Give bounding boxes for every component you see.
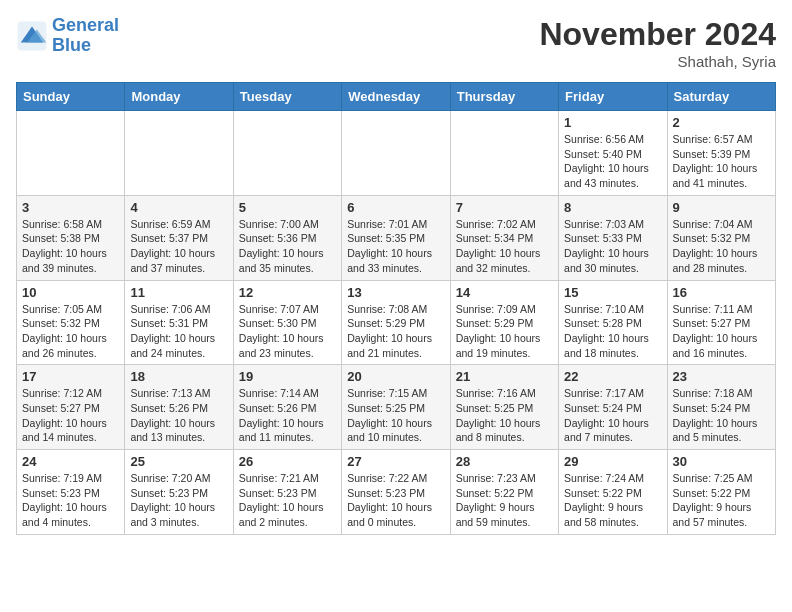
- calendar-cell: 10Sunrise: 7:05 AM Sunset: 5:32 PM Dayli…: [17, 280, 125, 365]
- cell-day-number: 6: [347, 200, 444, 215]
- calendar-cell: [125, 111, 233, 196]
- cell-day-number: 9: [673, 200, 770, 215]
- cell-day-number: 4: [130, 200, 227, 215]
- calendar-cell: 17Sunrise: 7:12 AM Sunset: 5:27 PM Dayli…: [17, 365, 125, 450]
- cell-day-number: 3: [22, 200, 119, 215]
- calendar-cell: 1Sunrise: 6:56 AM Sunset: 5:40 PM Daylig…: [559, 111, 667, 196]
- cell-info: Sunrise: 7:02 AM Sunset: 5:34 PM Dayligh…: [456, 217, 553, 276]
- cell-info: Sunrise: 7:22 AM Sunset: 5:23 PM Dayligh…: [347, 471, 444, 530]
- calendar-cell: 27Sunrise: 7:22 AM Sunset: 5:23 PM Dayli…: [342, 450, 450, 535]
- calendar-cell: 20Sunrise: 7:15 AM Sunset: 5:25 PM Dayli…: [342, 365, 450, 450]
- calendar-week-1: 1Sunrise: 6:56 AM Sunset: 5:40 PM Daylig…: [17, 111, 776, 196]
- cell-info: Sunrise: 7:16 AM Sunset: 5:25 PM Dayligh…: [456, 386, 553, 445]
- cell-day-number: 7: [456, 200, 553, 215]
- cell-day-number: 12: [239, 285, 336, 300]
- calendar-cell: 26Sunrise: 7:21 AM Sunset: 5:23 PM Dayli…: [233, 450, 341, 535]
- cell-day-number: 5: [239, 200, 336, 215]
- calendar-cell: 8Sunrise: 7:03 AM Sunset: 5:33 PM Daylig…: [559, 195, 667, 280]
- calendar-cell: 24Sunrise: 7:19 AM Sunset: 5:23 PM Dayli…: [17, 450, 125, 535]
- calendar-cell: 14Sunrise: 7:09 AM Sunset: 5:29 PM Dayli…: [450, 280, 558, 365]
- calendar-cell: 12Sunrise: 7:07 AM Sunset: 5:30 PM Dayli…: [233, 280, 341, 365]
- cell-info: Sunrise: 7:05 AM Sunset: 5:32 PM Dayligh…: [22, 302, 119, 361]
- calendar-cell: 22Sunrise: 7:17 AM Sunset: 5:24 PM Dayli…: [559, 365, 667, 450]
- cell-info: Sunrise: 6:58 AM Sunset: 5:38 PM Dayligh…: [22, 217, 119, 276]
- cell-day-number: 30: [673, 454, 770, 469]
- cell-day-number: 23: [673, 369, 770, 384]
- calendar-body: 1Sunrise: 6:56 AM Sunset: 5:40 PM Daylig…: [17, 111, 776, 535]
- cell-info: Sunrise: 7:11 AM Sunset: 5:27 PM Dayligh…: [673, 302, 770, 361]
- calendar-cell: 25Sunrise: 7:20 AM Sunset: 5:23 PM Dayli…: [125, 450, 233, 535]
- calendar-cell: 23Sunrise: 7:18 AM Sunset: 5:24 PM Dayli…: [667, 365, 775, 450]
- page-header: General Blue November 2024 Shathah, Syri…: [16, 16, 776, 70]
- weekday-header-wednesday: Wednesday: [342, 83, 450, 111]
- calendar-cell: [342, 111, 450, 196]
- logo-text: General Blue: [52, 16, 119, 56]
- calendar-cell: [233, 111, 341, 196]
- cell-day-number: 28: [456, 454, 553, 469]
- cell-info: Sunrise: 7:23 AM Sunset: 5:22 PM Dayligh…: [456, 471, 553, 530]
- cell-info: Sunrise: 7:20 AM Sunset: 5:23 PM Dayligh…: [130, 471, 227, 530]
- cell-info: Sunrise: 7:18 AM Sunset: 5:24 PM Dayligh…: [673, 386, 770, 445]
- cell-info: Sunrise: 7:08 AM Sunset: 5:29 PM Dayligh…: [347, 302, 444, 361]
- calendar-cell: 18Sunrise: 7:13 AM Sunset: 5:26 PM Dayli…: [125, 365, 233, 450]
- cell-info: Sunrise: 7:19 AM Sunset: 5:23 PM Dayligh…: [22, 471, 119, 530]
- calendar-cell: 9Sunrise: 7:04 AM Sunset: 5:32 PM Daylig…: [667, 195, 775, 280]
- cell-day-number: 17: [22, 369, 119, 384]
- calendar-cell: 6Sunrise: 7:01 AM Sunset: 5:35 PM Daylig…: [342, 195, 450, 280]
- cell-info: Sunrise: 7:07 AM Sunset: 5:30 PM Dayligh…: [239, 302, 336, 361]
- weekday-header-saturday: Saturday: [667, 83, 775, 111]
- cell-day-number: 10: [22, 285, 119, 300]
- cell-info: Sunrise: 6:59 AM Sunset: 5:37 PM Dayligh…: [130, 217, 227, 276]
- weekday-header-monday: Monday: [125, 83, 233, 111]
- cell-info: Sunrise: 7:17 AM Sunset: 5:24 PM Dayligh…: [564, 386, 661, 445]
- calendar-cell: 3Sunrise: 6:58 AM Sunset: 5:38 PM Daylig…: [17, 195, 125, 280]
- calendar-header: SundayMondayTuesdayWednesdayThursdayFrid…: [17, 83, 776, 111]
- cell-day-number: 16: [673, 285, 770, 300]
- logo-icon: [16, 20, 48, 52]
- cell-info: Sunrise: 7:03 AM Sunset: 5:33 PM Dayligh…: [564, 217, 661, 276]
- calendar-cell: 28Sunrise: 7:23 AM Sunset: 5:22 PM Dayli…: [450, 450, 558, 535]
- cell-info: Sunrise: 6:57 AM Sunset: 5:39 PM Dayligh…: [673, 132, 770, 191]
- cell-day-number: 29: [564, 454, 661, 469]
- logo: General Blue: [16, 16, 119, 56]
- cell-info: Sunrise: 7:00 AM Sunset: 5:36 PM Dayligh…: [239, 217, 336, 276]
- cell-day-number: 20: [347, 369, 444, 384]
- cell-info: Sunrise: 7:04 AM Sunset: 5:32 PM Dayligh…: [673, 217, 770, 276]
- cell-info: Sunrise: 7:06 AM Sunset: 5:31 PM Dayligh…: [130, 302, 227, 361]
- cell-day-number: 25: [130, 454, 227, 469]
- calendar-cell: 11Sunrise: 7:06 AM Sunset: 5:31 PM Dayli…: [125, 280, 233, 365]
- cell-info: Sunrise: 7:24 AM Sunset: 5:22 PM Dayligh…: [564, 471, 661, 530]
- calendar-cell: 13Sunrise: 7:08 AM Sunset: 5:29 PM Dayli…: [342, 280, 450, 365]
- calendar-week-5: 24Sunrise: 7:19 AM Sunset: 5:23 PM Dayli…: [17, 450, 776, 535]
- calendar-cell: 29Sunrise: 7:24 AM Sunset: 5:22 PM Dayli…: [559, 450, 667, 535]
- cell-day-number: 21: [456, 369, 553, 384]
- cell-day-number: 18: [130, 369, 227, 384]
- cell-day-number: 27: [347, 454, 444, 469]
- cell-info: Sunrise: 7:13 AM Sunset: 5:26 PM Dayligh…: [130, 386, 227, 445]
- calendar-table: SundayMondayTuesdayWednesdayThursdayFrid…: [16, 82, 776, 535]
- cell-info: Sunrise: 6:56 AM Sunset: 5:40 PM Dayligh…: [564, 132, 661, 191]
- weekday-header-sunday: Sunday: [17, 83, 125, 111]
- cell-info: Sunrise: 7:25 AM Sunset: 5:22 PM Dayligh…: [673, 471, 770, 530]
- cell-day-number: 2: [673, 115, 770, 130]
- calendar-week-4: 17Sunrise: 7:12 AM Sunset: 5:27 PM Dayli…: [17, 365, 776, 450]
- calendar-cell: 16Sunrise: 7:11 AM Sunset: 5:27 PM Dayli…: [667, 280, 775, 365]
- cell-day-number: 19: [239, 369, 336, 384]
- cell-info: Sunrise: 7:21 AM Sunset: 5:23 PM Dayligh…: [239, 471, 336, 530]
- cell-day-number: 14: [456, 285, 553, 300]
- cell-info: Sunrise: 7:12 AM Sunset: 5:27 PM Dayligh…: [22, 386, 119, 445]
- calendar-cell: 7Sunrise: 7:02 AM Sunset: 5:34 PM Daylig…: [450, 195, 558, 280]
- cell-info: Sunrise: 7:15 AM Sunset: 5:25 PM Dayligh…: [347, 386, 444, 445]
- cell-day-number: 1: [564, 115, 661, 130]
- cell-day-number: 24: [22, 454, 119, 469]
- calendar-cell: 5Sunrise: 7:00 AM Sunset: 5:36 PM Daylig…: [233, 195, 341, 280]
- month-title: November 2024: [539, 16, 776, 53]
- cell-info: Sunrise: 7:10 AM Sunset: 5:28 PM Dayligh…: [564, 302, 661, 361]
- location: Shathah, Syria: [539, 53, 776, 70]
- calendar-week-3: 10Sunrise: 7:05 AM Sunset: 5:32 PM Dayli…: [17, 280, 776, 365]
- cell-info: Sunrise: 7:14 AM Sunset: 5:26 PM Dayligh…: [239, 386, 336, 445]
- cell-day-number: 13: [347, 285, 444, 300]
- cell-day-number: 15: [564, 285, 661, 300]
- cell-day-number: 8: [564, 200, 661, 215]
- calendar-cell: 15Sunrise: 7:10 AM Sunset: 5:28 PM Dayli…: [559, 280, 667, 365]
